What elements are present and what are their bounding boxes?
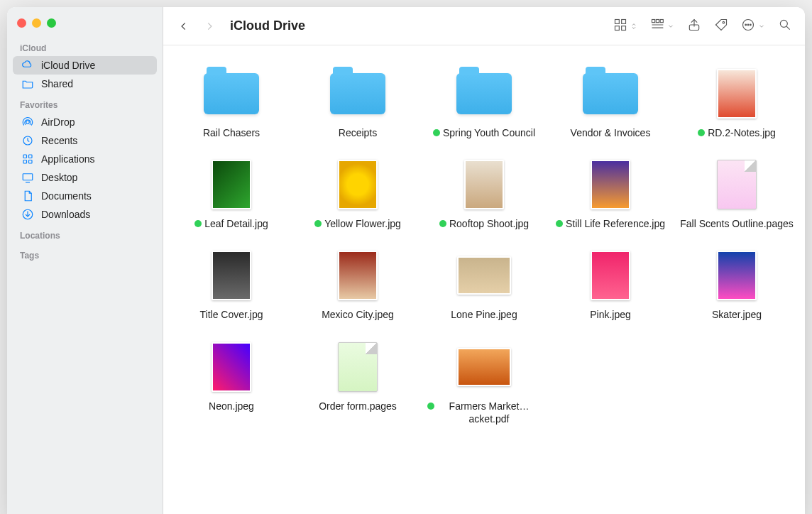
svg-rect-4 xyxy=(23,160,27,164)
folder-item[interactable]: Rail Chasers xyxy=(171,65,292,139)
more-actions-button[interactable] xyxy=(741,18,765,35)
download-icon xyxy=(21,208,34,221)
file-item[interactable]: Rooftop Shoot.jpg xyxy=(424,156,544,230)
svg-point-20 xyxy=(723,21,725,23)
file-item[interactable]: Farmers Market…acket.pdf xyxy=(424,339,544,425)
updown-chevron-icon xyxy=(630,20,637,33)
svg-rect-10 xyxy=(615,19,620,23)
file-item[interactable]: Leaf Detail.jpg xyxy=(171,156,292,230)
sidebar-item-label: Recents xyxy=(41,135,77,146)
folder-item[interactable]: Spring Youth Council xyxy=(424,65,544,139)
share-icon xyxy=(687,18,701,35)
sidebar-item-label: iCloud Drive xyxy=(41,60,95,71)
svg-rect-14 xyxy=(652,19,655,22)
file-label: Receipts xyxy=(339,126,377,139)
file-item[interactable]: Still Life Reference.jpg xyxy=(550,156,671,230)
file-item[interactable]: Yellow Flower.jpg xyxy=(297,156,418,230)
sidebar-section-label: iCloud xyxy=(7,36,163,56)
file-item[interactable]: Lone Pine.jpeg xyxy=(424,247,544,321)
sidebar-item-airdrop[interactable]: AirDrop xyxy=(13,113,157,131)
file-label: Pink.jpeg xyxy=(590,308,631,321)
desktop-icon xyxy=(21,171,34,184)
tag-dot-icon xyxy=(433,129,440,136)
file-label: Rail Chasers xyxy=(203,126,260,139)
sidebar-item-shared[interactable]: Shared xyxy=(13,75,157,93)
sidebar-item-icloud-drive[interactable]: iCloud Drive xyxy=(13,56,157,75)
sidebar: iCloudiCloud DriveSharedFavoritesAirDrop… xyxy=(7,7,163,514)
clock-icon xyxy=(21,134,34,147)
zoom-window-button[interactable] xyxy=(47,18,56,28)
file-label: Rooftop Shoot.jpg xyxy=(449,217,529,230)
tag-dot-icon xyxy=(427,403,434,410)
file-label: Still Life Reference.jpg xyxy=(566,217,665,230)
file-item[interactable]: Order form.pages xyxy=(297,339,418,425)
file-thumbnail xyxy=(203,156,260,213)
sidebar-item-label: Desktop xyxy=(41,172,77,183)
location-title: iCloud Drive xyxy=(230,18,305,33)
svg-rect-3 xyxy=(29,155,33,158)
group-by-button[interactable] xyxy=(650,18,674,35)
folder-item[interactable]: Receipts xyxy=(297,65,418,139)
svg-rect-11 xyxy=(622,19,626,23)
file-item[interactable]: Pink.jpeg xyxy=(550,247,671,321)
main-area: iCloud Drive xyxy=(163,7,805,514)
file-item[interactable]: Skater.jpeg xyxy=(676,247,797,321)
sidebar-item-label: AirDrop xyxy=(41,116,75,128)
sidebar-section-label: Tags xyxy=(7,244,163,263)
sidebar-item-label: Documents xyxy=(41,190,92,202)
file-content[interactable]: Rail ChasersReceiptsSpring Youth Council… xyxy=(163,45,805,514)
file-item[interactable]: Title Cover.jpg xyxy=(171,247,292,321)
forward-button[interactable] xyxy=(202,18,217,34)
file-label: RD.2-Notes.jpg xyxy=(708,126,776,139)
file-label: Neon.jpeg xyxy=(209,400,254,412)
file-label: Leaf Detail.jpg xyxy=(204,217,268,230)
minimize-window-button[interactable] xyxy=(32,18,41,28)
sidebar-item-downloads[interactable]: Downloads xyxy=(13,205,157,224)
file-item[interactable]: Mexico City.jpeg xyxy=(297,247,418,321)
svg-point-0 xyxy=(26,121,30,124)
file-thumbnail xyxy=(203,339,260,395)
folder-icon xyxy=(456,65,512,122)
file-label: Skater.jpeg xyxy=(712,308,762,321)
file-thumbnail xyxy=(456,247,512,304)
sidebar-item-label: Shared xyxy=(41,78,73,89)
sidebar-item-recents[interactable]: Recents xyxy=(13,131,157,150)
tag-dot-icon xyxy=(439,220,446,227)
sidebar-item-applications[interactable]: Applications xyxy=(13,150,157,168)
share-button[interactable] xyxy=(687,18,701,35)
file-item[interactable]: Neon.jpeg xyxy=(171,339,292,425)
sidebar-item-label: Downloads xyxy=(41,209,90,220)
folder-item[interactable]: Vendor & Invoices xyxy=(550,65,671,139)
search-button[interactable] xyxy=(778,18,792,35)
file-thumbnail xyxy=(708,65,765,122)
file-item[interactable]: Fall Scents Outline.pages xyxy=(676,156,797,230)
tag-dot-icon xyxy=(556,220,563,227)
grid-icon xyxy=(613,18,627,35)
view-mode-button[interactable] xyxy=(613,18,637,35)
file-thumbnail xyxy=(203,247,260,304)
apps-icon xyxy=(21,153,34,165)
file-thumbnail xyxy=(329,339,386,395)
file-thumbnail xyxy=(456,156,512,213)
folder-icon xyxy=(582,65,639,122)
file-item[interactable]: RD.2-Notes.jpg xyxy=(676,65,797,139)
svg-rect-2 xyxy=(23,155,27,158)
close-window-button[interactable] xyxy=(17,18,26,28)
file-label: Order form.pages xyxy=(319,400,397,412)
back-button[interactable] xyxy=(176,18,192,34)
sidebar-item-documents[interactable]: Documents xyxy=(13,187,157,205)
svg-point-24 xyxy=(750,24,752,26)
cloud-icon xyxy=(21,59,34,72)
search-icon xyxy=(778,18,792,35)
finder-window: iCloudiCloud DriveSharedFavoritesAirDrop… xyxy=(7,7,805,514)
tags-button[interactable] xyxy=(714,18,728,35)
file-grid: Rail ChasersReceiptsSpring Youth Council… xyxy=(170,65,798,425)
file-label: Fall Scents Outline.pages xyxy=(680,217,794,230)
tag-dot-icon xyxy=(194,220,202,227)
sidebar-item-desktop[interactable]: Desktop xyxy=(13,168,157,187)
svg-rect-6 xyxy=(23,174,33,180)
svg-rect-5 xyxy=(29,160,33,164)
file-label: Farmers Market…acket.pdf xyxy=(437,400,541,425)
ellipsis-circle-icon xyxy=(741,18,755,35)
svg-point-22 xyxy=(745,24,747,26)
